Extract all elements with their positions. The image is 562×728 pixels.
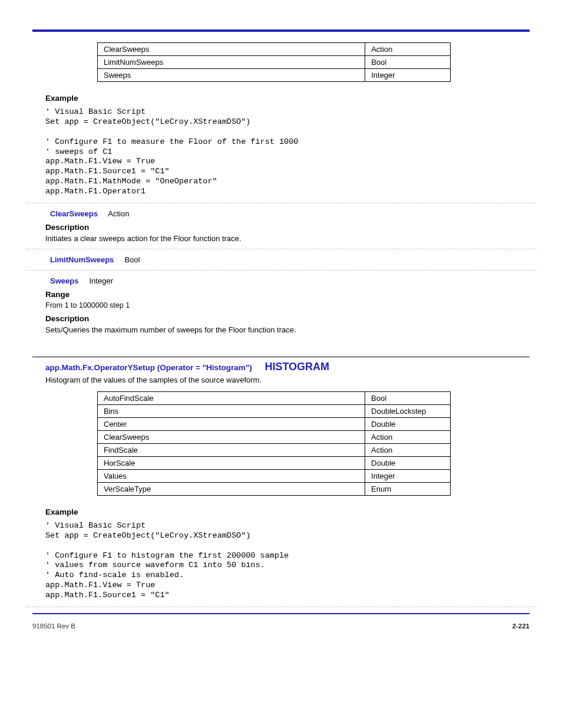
clearsweeps-entry: ClearSweeps Action <box>50 209 530 218</box>
table-row: AutoFindScale Bool <box>98 391 451 404</box>
floor-properties-table: ClearSweeps Action LimitNumSweeps Bool S… <box>97 42 451 82</box>
solid-separator <box>32 357 530 357</box>
footer-left: 918501 Rev B <box>32 622 75 630</box>
table-row: Sweeps Integer <box>98 69 451 82</box>
cell-name: Bins <box>98 404 365 417</box>
example-code-2: ' Visual Basic Script Set app = CreateOb… <box>45 521 530 601</box>
histogram-heading-row: app.Math.Fx.OperatorYSetup (Operator = "… <box>45 361 530 373</box>
dashed-separator <box>27 203 535 203</box>
histogram-properties-table: AutoFindScale Bool Bins DoubleLockstep C… <box>97 391 451 496</box>
dashed-separator <box>27 249 535 249</box>
cell-name: LimitNumSweeps <box>98 56 365 69</box>
table-row: ClearSweeps Action <box>98 430 451 443</box>
entry-name: ClearSweeps <box>50 209 98 218</box>
cell-type: Action <box>365 430 451 443</box>
description-text: Sets/Queries the maximum number of sweep… <box>45 325 530 334</box>
description-label: Description <box>45 223 530 232</box>
table-row: FindScale Action <box>98 443 451 456</box>
section-title: HISTOGRAM <box>265 361 329 373</box>
entry-name: Sweeps <box>50 276 78 285</box>
limitnumsweeps-entry: LimitNumSweeps Bool <box>50 255 530 264</box>
section-path: app.Math.Fx.OperatorYSetup (Operator = "… <box>45 363 252 372</box>
range-text: From 1 to 1000000 step 1 <box>45 301 530 309</box>
table-row: Values Integer <box>98 469 451 482</box>
cell-name: Center <box>98 417 365 430</box>
range-label: Range <box>45 290 530 299</box>
description-label: Description <box>45 314 530 323</box>
entry-type: Bool <box>124 255 140 264</box>
entry-type: Integer <box>89 276 113 285</box>
cell-type: Bool <box>365 391 451 404</box>
entry-name: LimitNumSweeps <box>50 255 114 264</box>
table-row: Center Double <box>98 417 451 430</box>
cell-type: DoubleLockstep <box>365 404 451 417</box>
cell-type: Action <box>365 43 451 56</box>
header-rule <box>32 29 530 32</box>
cell-type: Action <box>365 443 451 456</box>
cell-type: Enum <box>365 482 451 495</box>
cell-name: FindScale <box>98 443 365 456</box>
cell-name: Values <box>98 469 365 482</box>
table-row: ClearSweeps Action <box>98 43 451 56</box>
cell-type: Integer <box>365 469 451 482</box>
cell-name: AutoFindScale <box>98 391 365 404</box>
cell-name: ClearSweeps <box>98 43 365 56</box>
cell-type: Bool <box>365 56 451 69</box>
entry-type: Action <box>108 209 129 218</box>
sweeps-entry: Sweeps Integer <box>50 276 530 285</box>
table-row: LimitNumSweeps Bool <box>98 56 451 69</box>
dashed-separator <box>27 270 535 271</box>
page-footer: 918501 Rev B 2-221 <box>32 622 530 630</box>
example-label: Example <box>45 94 530 103</box>
table-row: HorScale Double <box>98 456 451 469</box>
cell-type: Integer <box>365 69 451 82</box>
footer-rule <box>32 613 530 614</box>
cell-name: ClearSweeps <box>98 430 365 443</box>
example-code-1: ' Visual Basic Script Set app = CreateOb… <box>45 107 530 197</box>
cell-type: Double <box>365 456 451 469</box>
description-text: Initiates a clear sweeps action for the … <box>45 234 530 243</box>
cell-type: Double <box>365 417 451 430</box>
footer-right: 2-221 <box>513 622 530 630</box>
table-row: VerScaleType Enum <box>98 482 451 495</box>
cell-name: Sweeps <box>98 69 365 82</box>
section-description: Histogram of the values of the samples o… <box>45 375 530 384</box>
cell-name: HorScale <box>98 456 365 469</box>
dashed-separator <box>27 607 535 607</box>
cell-name: VerScaleType <box>98 482 365 495</box>
example-label: Example <box>45 508 530 516</box>
table-row: Bins DoubleLockstep <box>98 404 451 417</box>
